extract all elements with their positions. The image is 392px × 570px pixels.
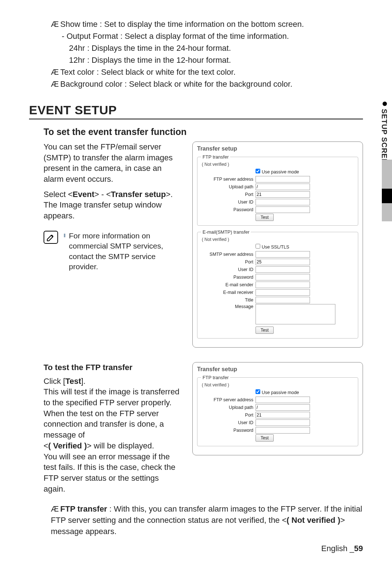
opt-text-color: ÆText color : Select black or white for … [51, 66, 363, 78]
ftp-addr-label: FTP server address [201, 177, 256, 182]
ftp-legend: FTP transfer [201, 154, 230, 160]
transfer-two-col: You can set the FTP/email server (SMTP) … [44, 142, 363, 348]
osd-options: ÆShow time : Set to display the time inf… [51, 18, 363, 90]
ftp2-user-input[interactable] [256, 419, 310, 426]
sel-post: >. [166, 190, 173, 199]
note-text: For more information on commercial SMTP … [69, 231, 181, 272]
opt-text-color-text: Text color : Select black or white for t… [60, 67, 236, 77]
dash: - [62, 32, 66, 41]
bullet-ae: Æ [51, 78, 60, 90]
ftp2-status: ( Not verified ) [202, 382, 354, 387]
ftp2-upload-label: Upload path [201, 405, 256, 410]
smtp-sender-input[interactable] [256, 282, 310, 288]
smtp-pass-input[interactable] [256, 274, 310, 280]
smtp-ssl-row: Use SSL/TLS [201, 243, 354, 250]
smtp-user-label: User ID [201, 267, 256, 272]
ftp2-pass-input[interactable] [256, 427, 310, 434]
transfer-intro: You can set the FTP/email server (SMTP) … [44, 142, 181, 185]
ftp-desc-label: FTP transfer [60, 504, 107, 513]
opt-show-time: ÆShow time : Set to display the time inf… [51, 18, 363, 30]
test-l2: This will test if the image is transferr… [44, 387, 179, 407]
ftp-user-label: User ID [201, 200, 256, 205]
ftp-passive-row: Use passive mode [201, 168, 354, 175]
ftp-passive-checkbox[interactable] [256, 169, 260, 173]
sel-transfer: Transfer setup [111, 190, 166, 199]
ftp-port-input[interactable] [256, 191, 310, 198]
test-body: Click [Test]. This will test if the imag… [44, 376, 181, 495]
smtp-ssl-checkbox[interactable] [256, 244, 260, 249]
opt-bg-color-text: Background color : Select black or white… [60, 79, 293, 89]
ftp-upload-label: Upload path [201, 184, 256, 189]
footer-page: 59 [354, 544, 363, 553]
ftp2-upload-input[interactable] [256, 404, 310, 411]
ftp2-addr-label: FTP server address [201, 397, 256, 402]
bullet-ae: Æ [51, 18, 60, 30]
transfer-left: You can set the FTP/email server (SMTP) … [44, 142, 181, 272]
transfer-heading: To set the event transfer function [44, 127, 363, 137]
pencil-note-icon [46, 233, 56, 242]
smtp-addr-label: SMTP server address [201, 252, 256, 257]
note-icon [44, 231, 58, 244]
ftp2-passive-checkbox[interactable] [256, 389, 260, 394]
ftp-test-button[interactable]: Test [256, 214, 274, 221]
ftp2-fieldset: FTP transfer ( Not verified ) Use passiv… [197, 375, 358, 446]
ftp-user-input[interactable] [256, 199, 310, 205]
smtp-title-label: Title [201, 298, 256, 303]
sel-pre: Select < [44, 190, 73, 199]
smtp-port-label: Port [201, 259, 256, 265]
ftp-desc-bold: ( Not verified ) [287, 516, 340, 525]
smtp-receiver-label: E-mail receiver [201, 290, 256, 295]
ftp2-port-input[interactable] [256, 412, 310, 418]
test-click-post: ]. [81, 377, 86, 386]
ftp2-test-button[interactable]: Test [256, 434, 274, 442]
ftp2-port-label: Port [201, 413, 256, 418]
ftp-pass-input[interactable] [256, 206, 310, 213]
smtp-ssl-label: Use SSL/TLS [262, 245, 289, 250]
smtp-message-input[interactable] [256, 304, 335, 324]
transfer-setup-panel-1: Transfer setup FTP transfer ( Not verifi… [192, 142, 363, 348]
panel2-title: Transfer setup [197, 366, 358, 373]
ftp-port-label: Port [201, 192, 256, 197]
ftp-upload-input[interactable] [256, 184, 310, 190]
ftp-desc: ÆFTP transfer : With this, you can trans… [51, 504, 363, 537]
opt-12hr: 12hr : Displays the time in the 12-hour … [69, 54, 363, 66]
manual-page: SETUP SCREEN ÆShow time : Set to display… [0, 0, 392, 570]
ftp2-passive-row: Use passive mode [201, 389, 354, 395]
note-body: For more information on commercial SMTP … [64, 231, 181, 272]
test-l4-bold: ( Verified ) [48, 441, 87, 450]
test-section: To test the FTP transfer Click [Test]. T… [44, 362, 363, 494]
side-tab: SETUP SCREEN [377, 102, 392, 221]
smtp-user-input[interactable] [256, 266, 310, 273]
sel-mid: > - < [94, 190, 111, 199]
smtp-title-input[interactable] [256, 297, 310, 303]
ftp-fieldset: FTP transfer ( Not verified ) Use passiv… [197, 154, 358, 226]
ftp-addr-input[interactable] [256, 176, 310, 183]
note-row: For more information on commercial SMTP … [44, 231, 181, 272]
test-left: To test the FTP transfer Click [Test]. T… [44, 362, 181, 494]
opt-output-format: - Output Format : Select a display forma… [62, 30, 363, 42]
smtp-sender-label: E-mail sender [201, 282, 256, 287]
transfer-appear: The Image transfer setup window appears. [44, 200, 162, 220]
note-bullet-icon [64, 234, 65, 237]
smtp-addr-input[interactable] [256, 251, 310, 258]
ftp-passive-label: Use passive mode [262, 169, 299, 175]
opt-bg-color: ÆBackground color : Select black or whit… [51, 78, 363, 90]
test-click-pre: Click [ [44, 377, 65, 386]
opt-output-format-text: Output Format : Select a display format … [66, 32, 289, 41]
test-click-bold: Test [65, 377, 81, 386]
test-l4-post: > will be displayed. [87, 441, 154, 450]
test-two-col: To test the FTP transfer Click [Test]. T… [44, 362, 363, 494]
smtp-pass-label: Password [201, 275, 256, 280]
side-tab-dot [383, 102, 387, 106]
smtp-fieldset: E-mail(SMTP) transfer ( Not verified ) U… [197, 229, 358, 339]
smtp-receiver-input[interactable] [256, 289, 310, 296]
smtp-status: ( Not verified ) [202, 237, 354, 242]
bullet-ae: Æ [51, 66, 60, 78]
ftp2-passive-label: Use passive mode [262, 390, 299, 395]
transfer-section: To set the event transfer function You c… [44, 127, 363, 348]
smtp-test-button[interactable]: Test [256, 327, 274, 334]
smtp-port-input[interactable] [256, 259, 310, 265]
transfer-select: Select <Event> - <Transfer setup>. The I… [44, 189, 181, 221]
ftp-status: ( Not verified ) [202, 162, 354, 167]
ftp2-addr-input[interactable] [256, 397, 310, 403]
